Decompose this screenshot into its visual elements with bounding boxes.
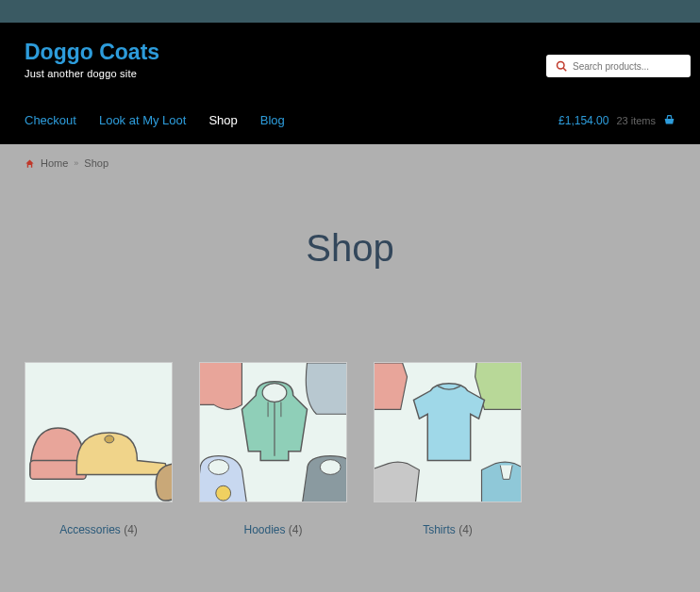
search-container bbox=[546, 55, 691, 77]
basket-icon bbox=[663, 114, 675, 126]
svg-point-11 bbox=[216, 485, 231, 501]
category-count: (4) bbox=[124, 523, 138, 536]
site-header: Doggo Coats Just another doggo site Chec… bbox=[0, 23, 700, 144]
category-name: Hoodies bbox=[243, 523, 285, 536]
category-count: (4) bbox=[458, 523, 473, 536]
search-input[interactable] bbox=[573, 61, 681, 72]
cart-total: £1,154.00 bbox=[558, 114, 608, 127]
category-label: Hoodies (4) bbox=[199, 523, 347, 536]
cart-summary[interactable]: £1,154.00 23 items bbox=[558, 114, 675, 127]
svg-point-10 bbox=[208, 460, 229, 475]
category-card-hoodies[interactable]: Hoodies (4) bbox=[199, 362, 347, 536]
category-name: Tshirts bbox=[423, 523, 456, 536]
page-content: Home » Shop Shop Accessories (4) bbox=[0, 144, 700, 592]
primary-nav: Checkout Look at My Loot Shop Blog £1,15… bbox=[25, 113, 675, 144]
category-image bbox=[199, 362, 347, 502]
svg-point-4 bbox=[105, 436, 114, 443]
nav-item-checkout[interactable]: Checkout bbox=[25, 113, 76, 127]
category-card-accessories[interactable]: Accessories (4) bbox=[25, 362, 173, 536]
breadcrumb-separator: » bbox=[74, 158, 78, 168]
browser-chrome-bar bbox=[0, 0, 700, 23]
nav-item-shop[interactable]: Shop bbox=[208, 113, 237, 127]
svg-point-12 bbox=[320, 460, 341, 475]
nav-item-loot[interactable]: Look at My Loot bbox=[99, 113, 187, 127]
search-box[interactable] bbox=[546, 55, 691, 77]
svg-point-0 bbox=[558, 62, 565, 70]
page-title: Shop bbox=[25, 227, 675, 270]
category-name: Accessories bbox=[59, 523, 121, 536]
cart-items-count: 23 items bbox=[616, 115, 656, 126]
category-image bbox=[25, 362, 173, 502]
category-image bbox=[374, 362, 522, 502]
home-icon[interactable] bbox=[25, 158, 35, 169]
category-count: (4) bbox=[289, 523, 303, 536]
breadcrumb-home[interactable]: Home bbox=[41, 157, 68, 169]
category-card-tshirts[interactable]: Tshirts (4) bbox=[374, 362, 522, 536]
breadcrumb-current: Shop bbox=[84, 157, 108, 169]
breadcrumb: Home » Shop bbox=[25, 157, 675, 169]
category-grid: Accessories (4) bbox=[25, 362, 675, 536]
nav-item-blog[interactable]: Blog bbox=[260, 113, 285, 127]
nav-links: Checkout Look at My Loot Shop Blog bbox=[25, 113, 285, 127]
category-label: Tshirts (4) bbox=[374, 523, 522, 536]
svg-point-6 bbox=[262, 384, 287, 403]
category-label: Accessories (4) bbox=[25, 523, 173, 536]
svg-line-1 bbox=[563, 68, 566, 71]
search-icon bbox=[556, 60, 567, 72]
